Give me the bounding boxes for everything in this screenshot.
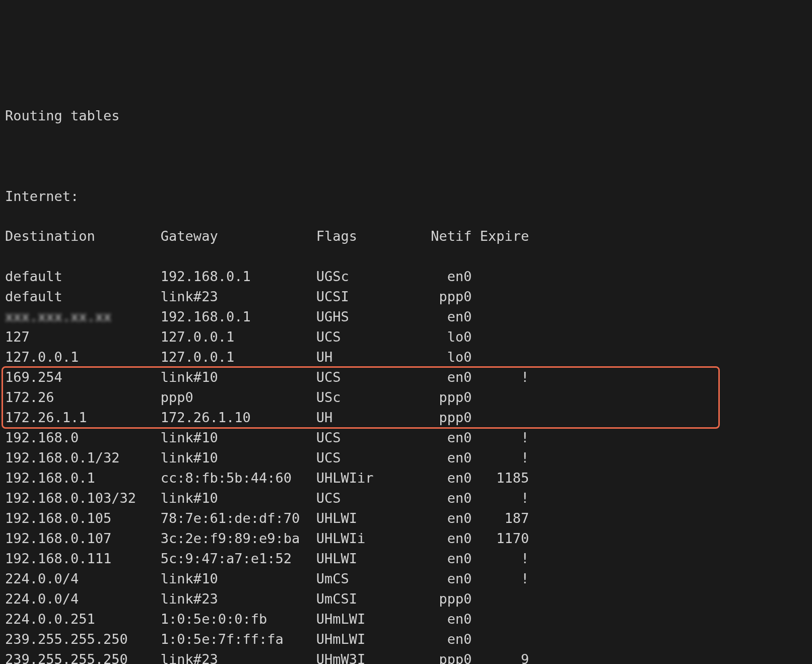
table-row: 127 127.0.0.1 UCS lo0 (5, 327, 807, 347)
table-row: 224.0.0.251 1:0:5e:0:0:fb UHmLWI en0 (5, 609, 807, 629)
table-row: 192.168.0.1/32 link#10 UCS en0 ! (5, 448, 807, 468)
table-row: default 192.168.0.1 UGSc en0 (5, 267, 807, 287)
table-row: 169.254 link#10 UCS en0 ! (5, 367, 807, 387)
table-row: 192.168.0.105 78:7e:61:de:df:70 UHLWI en… (5, 508, 807, 528)
table-row: xxx.xxx.xx.xx 192.168.0.1 UGHS en0 (5, 307, 807, 327)
table-row: 192.168.0.103/32 link#10 UCS en0 ! (5, 488, 807, 508)
table-row: 192.168.0 link#10 UCS en0 ! (5, 428, 807, 448)
table-row: 224.0.0/4 link#23 UmCSI ppp0 (5, 589, 807, 609)
table-row: 172.26 ppp0 USc ppp0 (5, 387, 807, 408)
header-line: Destination Gateway Flags Netif Expire (5, 226, 807, 246)
table-row: 239.255.255.250 link#23 UHmW3I ppp0 9 (5, 649, 807, 665)
redacted-text: xxx.xxx.xx.xx (5, 307, 111, 327)
table-row: 127.0.0.1 127.0.0.1 UH lo0 (5, 347, 807, 367)
table-row: default link#23 UCSI ppp0 (5, 287, 807, 307)
table-row: 192.168.0.111 5c:9:47:a7:e1:52 UHLWI en0… (5, 549, 807, 569)
section-line: Internet: (5, 186, 807, 207)
table-row: 192.168.0.107 3c:2e:f9:89:e9:ba UHLWIi e… (5, 528, 807, 549)
table-row: 172.26.1.1 172.26.1.10 UH ppp0 (5, 408, 807, 428)
blank-line (5, 146, 807, 166)
terminal-output: Routing tables Internet: Destination Gat… (5, 86, 807, 664)
table-row: 224.0.0/4 link#10 UmCS en0 ! (5, 569, 807, 589)
table-row: 192.168.0.1 cc:8:fb:5b:44:60 UHLWIir en0… (5, 468, 807, 488)
rows-container: default 192.168.0.1 UGSc en0 default lin… (5, 267, 807, 664)
title-line: Routing tables (5, 106, 807, 126)
table-row: 239.255.255.250 1:0:5e:7f:ff:fa UHmLWI e… (5, 629, 807, 649)
